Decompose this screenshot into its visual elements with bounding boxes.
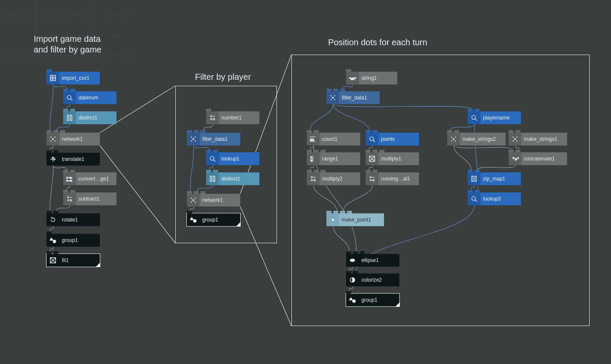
rotate-icon — [47, 213, 59, 226]
svg-text:x: x — [311, 156, 312, 159]
node-mk_str1[interactable]: make_strings1 — [509, 133, 567, 146]
count-icon: 04 — [307, 133, 320, 146]
node-zip_map1[interactable]: zip_map1 — [468, 172, 521, 185]
node-mk_str2[interactable]: make_strings2 — [447, 133, 506, 146]
node-lookup3[interactable]: lookup3 — [468, 192, 521, 205]
section-title-left: Import game data and filter by game — [34, 34, 102, 55]
svg-text:x→x₁: x→x₁ — [67, 176, 72, 179]
node-network_l[interactable]: network1 — [47, 133, 100, 146]
node-label: filter_data1 — [200, 136, 240, 142]
svg-marker-108 — [190, 218, 193, 220]
node-rotate1[interactable]: rotate1 — [47, 213, 100, 226]
node-label: number1 — [219, 115, 259, 121]
svg-point-126 — [451, 140, 452, 142]
node-label: range1 — [320, 156, 360, 162]
dots-icon — [326, 91, 339, 104]
svg-rect-159 — [475, 176, 477, 182]
node-label: playername — [480, 115, 521, 121]
node-count1[interactable]: 04count1 — [307, 133, 360, 146]
node-convertge1[interactable]: x→x₁n→n₁convert…ge1 — [63, 172, 116, 185]
color-icon — [346, 274, 359, 286]
svg-point-104 — [191, 198, 192, 199]
svg-text:04: 04 — [310, 138, 314, 142]
box-x-icon — [47, 254, 59, 267]
dot-icon — [326, 213, 339, 226]
node-label: datenum — [76, 95, 116, 101]
svg-point-109 — [193, 220, 196, 222]
svg-line-161 — [475, 200, 477, 202]
node-ellipse1[interactable]: ellipse1 — [346, 254, 399, 267]
search-icon — [206, 152, 219, 165]
dots-icon — [509, 133, 521, 146]
svg-point-64 — [54, 137, 55, 138]
svg-point-111 — [332, 97, 334, 99]
svg-point-148 — [314, 181, 315, 181]
math-icon: x→x₁n→n₁ — [63, 172, 76, 185]
node-multiply2[interactable]: multiply2 — [307, 172, 360, 185]
dots-icon — [187, 194, 200, 207]
dots-icon — [447, 133, 460, 146]
svg-line-100 — [214, 160, 215, 162]
arrows-icon — [47, 153, 59, 166]
svg-line-59 — [71, 99, 73, 101]
ops-icon — [63, 192, 76, 205]
svg-point-157 — [373, 181, 374, 181]
section-title-mid: Filter by player — [195, 72, 251, 82]
svg-point-128 — [514, 138, 516, 140]
svg-rect-61 — [70, 115, 72, 121]
node-group_l[interactable]: group1 — [47, 234, 100, 247]
node-label: rotate1 — [59, 217, 100, 223]
node-import_csv1[interactable]: import_csv1 — [47, 72, 100, 84]
svg-point-115 — [334, 99, 335, 100]
node-group_r[interactable]: group1 — [346, 294, 399, 306]
section-title-right: Position dots for each turn — [328, 37, 427, 48]
node-label: network1 — [200, 197, 240, 203]
node-multiply1[interactable]: multiply1 — [366, 152, 419, 165]
node-translate1[interactable]: translate1 — [47, 153, 100, 166]
svg-text:n→n₁: n→n₁ — [67, 179, 72, 182]
node-network_m[interactable]: network1 — [187, 194, 240, 207]
svg-rect-60 — [67, 115, 69, 121]
node-label: zip_map1 — [480, 176, 521, 182]
svg-point-127 — [455, 140, 456, 142]
svg-point-65 — [50, 140, 52, 142]
node-label: distinct1 — [76, 115, 116, 121]
node-group_m[interactable]: group1 — [187, 213, 240, 226]
node-colorize2[interactable]: colorize2 — [346, 274, 399, 286]
node-points[interactable]: points — [366, 133, 419, 146]
svg-point-156 — [373, 179, 374, 179]
node-lookup1[interactable]: lookup1 — [206, 152, 259, 165]
node-label: multiply2 — [320, 176, 360, 182]
node-running1[interactable]: running…al1 — [366, 172, 419, 185]
node-concat1[interactable]: "+"concatenate1 — [509, 152, 567, 165]
svg-point-96 — [195, 137, 196, 138]
svg-point-163 — [350, 259, 355, 262]
range-icon: xn — [307, 152, 320, 165]
svg-point-93 — [214, 120, 214, 120]
node-fit1[interactable]: fit1 — [47, 254, 100, 267]
node-string1[interactable]: "str"string1 — [346, 72, 397, 84]
svg-text:"str": "str" — [349, 77, 356, 81]
node-range1[interactable]: xnrange1 — [307, 152, 360, 165]
node-playername[interactable]: playername — [468, 111, 521, 124]
svg-point-147 — [314, 179, 315, 179]
search-icon — [468, 111, 480, 124]
node-make_point1[interactable]: make_point1 — [326, 213, 384, 226]
svg-text:n: n — [311, 159, 312, 162]
shapes-icon — [187, 213, 200, 226]
svg-point-103 — [192, 199, 194, 201]
node-datenum[interactable]: datenum — [63, 91, 116, 104]
svg-point-81 — [53, 240, 55, 243]
svg-point-162 — [332, 219, 334, 221]
node-subtract1[interactable]: subtract1 — [63, 192, 116, 205]
svg-point-66 — [54, 140, 55, 142]
node-number1[interactable]: number1 — [206, 111, 259, 124]
svg-rect-102 — [213, 176, 215, 182]
node-filter_m[interactable]: filter_data1 — [187, 133, 240, 146]
node-filter_r[interactable]: filter_data1 — [326, 91, 380, 104]
node-distinct_m[interactable]: distinct1 — [206, 172, 259, 185]
search-icon — [366, 133, 378, 146]
node-distinct_l[interactable]: distinct1 — [63, 111, 116, 124]
svg-point-105 — [195, 198, 196, 199]
ops-icon — [206, 111, 219, 124]
